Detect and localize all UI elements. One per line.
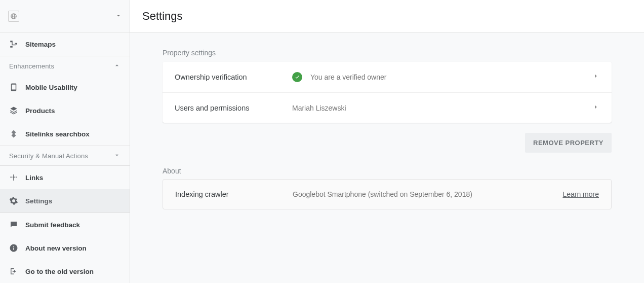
row-users-permissions[interactable]: Users and permissions Mariah Liszewski [163,92,612,123]
sidebar-item-label: Go to the old version [25,268,94,275]
sidebar: Sitemaps Enhancements Mobile Usability P… [0,0,130,283]
phone-icon [9,83,25,92]
row-value: Mariah Liszewski [292,104,592,112]
sidebar-body: Sitemaps Enhancements Mobile Usability P… [0,32,130,283]
sidebar-item-sitemaps[interactable]: Sitemaps [0,32,130,56]
exit-icon [9,267,25,276]
sidebar-item-label: Sitelinks searchbox [25,130,90,138]
sidebar-item-sitelinks-searchbox[interactable]: Sitelinks searchbox [0,122,130,146]
property-selector[interactable] [8,11,122,22]
info-icon [9,243,25,253]
feedback-icon [9,220,25,229]
card-actions: REMOVE PROPERTY [163,133,612,153]
sidebar-item-links[interactable]: Links [0,166,130,189]
sidebar-item-mobile-usability[interactable]: Mobile Usability [0,76,130,99]
sidebar-item-go-old-version[interactable]: Go to the old version [0,260,130,283]
row-ownership-verification[interactable]: Ownership verification You are a verifie… [163,62,612,92]
sidebar-item-label: Links [25,174,43,182]
about-row-value: Googlebot Smartphone (switched on Septem… [293,190,562,198]
sidebar-item-label: Mobile Usability [25,84,77,91]
row-value-text: You are a verified owner [310,73,386,81]
chevron-down-icon [113,152,120,160]
row-label: Ownership verification [175,73,292,81]
tag-icon [9,106,25,115]
main-header: Settings [130,0,644,32]
learn-more-link[interactable]: Learn more [562,190,599,198]
about-card: Indexing crawler Googlebot Smartphone (s… [163,179,612,209]
chevron-up-icon [113,62,120,70]
sidebar-item-settings[interactable]: Settings [0,189,130,213]
sidebar-item-label: Sitemaps [25,41,56,48]
sidebar-item-label: Products [25,107,55,115]
section-header-enhancements[interactable]: Enhancements [0,56,130,76]
section-header-label: Security & Manual Actions [9,152,88,160]
chevron-right-icon [592,73,599,82]
row-value-text: Mariah Liszewski [292,104,346,112]
page-title: Settings [142,10,183,23]
sidebar-item-label: About new version [25,244,87,252]
gear-icon [9,196,25,205]
sidebar-item-label: Submit feedback [25,221,80,229]
check-icon [292,72,302,82]
section-header-label: Enhancements [9,62,54,70]
remove-property-button[interactable]: REMOVE PROPERTY [525,133,612,153]
diamond-icon [9,129,25,138]
main: Settings Property settings Ownership ver… [130,0,644,283]
sidebar-item-label: Settings [25,197,52,205]
sitemap-icon [9,40,25,49]
main-body: Property settings Ownership verification… [130,32,644,283]
row-label: Users and permissions [175,104,292,112]
sidebar-item-about-new-version[interactable]: About new version [0,236,130,260]
sidebar-header [0,0,130,32]
links-icon [9,173,25,182]
about-label: About [163,167,612,175]
sidebar-item-submit-feedback[interactable]: Submit feedback [0,213,130,236]
about-row-label: Indexing crawler [175,190,293,198]
globe-icon [8,11,19,22]
sidebar-item-products[interactable]: Products [0,99,130,122]
chevron-right-icon [592,103,599,113]
section-header-security[interactable]: Security & Manual Actions [0,146,130,165]
property-settings-card: Ownership verification You are a verifie… [163,62,612,123]
property-settings-label: Property settings [163,49,612,57]
chevron-down-icon [115,12,122,21]
row-value: You are a verified owner [292,72,592,82]
